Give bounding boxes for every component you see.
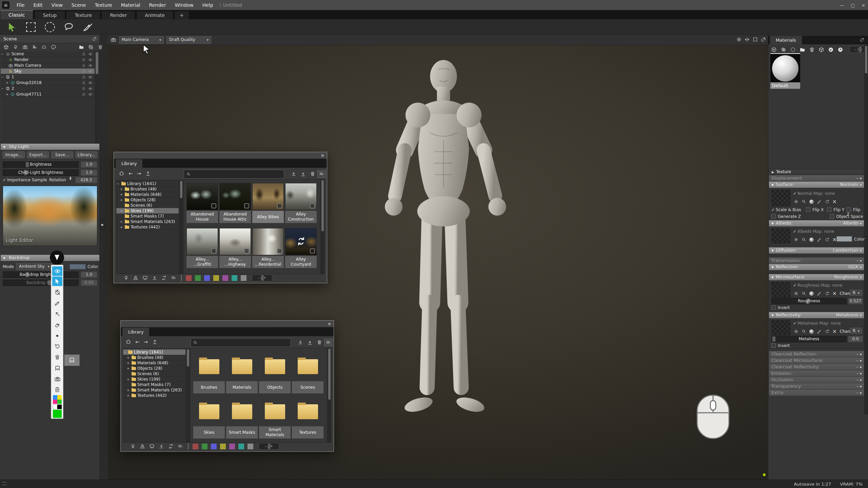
- albedo-color-swatch[interactable]: [836, 236, 852, 242]
- viewport-settings-gear-icon[interactable]: [736, 37, 742, 42]
- surface-section-header[interactable]: ▼Surface: Normals▾: [769, 182, 864, 188]
- metalness-slider[interactable]: Metalness: [771, 336, 847, 342]
- menu-view[interactable]: View: [47, 0, 67, 10]
- tag-yellow[interactable]: [213, 275, 219, 281]
- tag-purple[interactable]: [222, 275, 228, 281]
- minimize-icon[interactable]: —: [840, 3, 844, 8]
- tag-gray[interactable]: [248, 444, 253, 449]
- tag-blue[interactable]: [204, 275, 210, 281]
- tree-row-library[interactable]: −Library (1641): [123, 349, 185, 355]
- map-clear-icon[interactable]: ×: [832, 328, 837, 334]
- item-checkbox[interactable]: [277, 203, 282, 208]
- sky-light-header[interactable]: ▼ Sky Light: [1, 144, 99, 150]
- backdrop-mode-dropdown[interactable]: Ambient Sky▾: [16, 263, 52, 270]
- export-icon[interactable]: [300, 171, 306, 177]
- tree-row-group32018[interactable]: + Group32018: [1, 80, 95, 86]
- tag-purple[interactable]: [229, 444, 235, 449]
- invert-checkbox[interactable]: Invert: [771, 343, 790, 348]
- user-items-icon[interactable]: [140, 444, 145, 449]
- menu-render[interactable]: Render: [145, 0, 171, 10]
- home-icon[interactable]: [125, 339, 131, 345]
- palette-icon[interactable]: [51, 44, 56, 50]
- swatch-green[interactable]: [57, 400, 62, 404]
- lock-icon[interactable]: [82, 92, 86, 96]
- popout-icon[interactable]: [860, 37, 865, 42]
- rect-select-icon[interactable]: [25, 21, 37, 33]
- folder-item[interactable]: Materials: [226, 353, 258, 393]
- content-scrollbar[interactable]: [328, 348, 331, 443]
- tree-row-objects[interactable]: +Objects (28): [123, 366, 185, 371]
- swatch-black[interactable]: [57, 405, 62, 409]
- export-material-icon[interactable]: [837, 47, 843, 53]
- forward-icon[interactable]: →: [144, 339, 148, 345]
- channel-select[interactable]: R▾: [850, 328, 862, 334]
- map-refresh-icon[interactable]: [825, 329, 829, 334]
- item-checkbox[interactable]: [310, 203, 315, 208]
- sync-icon[interactable]: [168, 444, 174, 449]
- tree-row-1[interactable]: − 1: [1, 74, 95, 80]
- add-sky-icon[interactable]: [32, 44, 37, 50]
- scene-tree-scrollbar[interactable]: [95, 51, 99, 143]
- lock-icon[interactable]: [82, 58, 86, 62]
- tree-row-textures[interactable]: +Textures (442): [123, 393, 185, 399]
- close-icon[interactable]: ×: [862, 3, 865, 8]
- menu-edit[interactable]: Edit: [29, 0, 47, 10]
- tree-row-smart-materials[interactable]: +Smart Materials (263): [123, 387, 185, 393]
- library-item[interactable]: Alley Courtyard: [285, 228, 317, 268]
- library-window-titlebar[interactable]: ×: [121, 321, 334, 327]
- import-icon[interactable]: [291, 171, 296, 177]
- library-item[interactable]: Alley Bikes: [252, 183, 284, 223]
- library-tab[interactable]: Library: [122, 328, 149, 336]
- tab-add-button[interactable]: +: [174, 11, 189, 19]
- emission-header[interactable]: Emission:-▾: [769, 370, 864, 377]
- tree-row-textures[interactable]: +Textures (442): [116, 224, 179, 230]
- tag-red[interactable]: [193, 444, 198, 449]
- eye-icon[interactable]: [88, 63, 93, 68]
- menu-file[interactable]: File: [12, 0, 29, 10]
- eye-icon[interactable]: [88, 92, 93, 97]
- pointer-tool-icon[interactable]: [52, 277, 62, 286]
- thumbnail-zoom-slider[interactable]: - / +: [259, 443, 279, 450]
- menu-help[interactable]: Help: [198, 0, 218, 10]
- download-filter-icon[interactable]: [159, 444, 164, 449]
- library-button[interactable]: Library...: [76, 151, 98, 158]
- child-light-brightness-slider[interactable]: Child-Light Brightness: [3, 169, 79, 176]
- list-view-icon[interactable]: [178, 444, 183, 449]
- scale-bias-checkbox[interactable]: ✓Scale & Bias: [771, 207, 801, 212]
- reflectivity-section-header[interactable]: ▼Reflectivity: Metalness▾: [769, 312, 864, 318]
- metalness-map-slot[interactable]: [771, 320, 790, 335]
- map-preview-sphere-icon[interactable]: [809, 238, 814, 242]
- delete-icon[interactable]: [809, 47, 815, 53]
- library-search[interactable]: [184, 170, 284, 179]
- menu-material[interactable]: Material: [117, 0, 145, 10]
- swatch-yellow[interactable]: [57, 395, 62, 400]
- eye-icon[interactable]: [88, 58, 93, 62]
- up-directory-icon[interactable]: [152, 339, 158, 345]
- transmission-section-header[interactable]: Transmission: -▾: [769, 258, 864, 264]
- delete-icon[interactable]: [317, 340, 322, 345]
- backdrop-color-swatch[interactable]: [70, 264, 86, 269]
- map-settings-gear-icon[interactable]: [794, 291, 798, 296]
- item-checkbox[interactable]: [244, 248, 249, 253]
- easel-flyout[interactable]: [64, 354, 80, 366]
- normal-map-slot[interactable]: [771, 190, 790, 206]
- tag-teal[interactable]: [238, 444, 244, 449]
- close-icon[interactable]: ×: [321, 153, 324, 158]
- map-preview-sphere-icon[interactable]: [809, 291, 814, 296]
- map-preview-sphere-icon[interactable]: [809, 329, 814, 334]
- swatch-white[interactable]: [53, 405, 57, 409]
- map-edit-pencil-icon[interactable]: [817, 291, 822, 296]
- user-items-icon[interactable]: [133, 275, 138, 281]
- item-checkbox[interactable]: [211, 248, 216, 253]
- visibility-tool-icon[interactable]: [52, 266, 62, 276]
- menu-texture[interactable]: Texture: [90, 0, 116, 10]
- back-icon[interactable]: ←: [129, 170, 133, 177]
- lasso-select-icon[interactable]: [63, 21, 75, 33]
- clone-material-icon[interactable]: [781, 47, 786, 53]
- new-folder-icon[interactable]: [79, 44, 84, 50]
- tree-row-render[interactable]: Render: [1, 57, 95, 63]
- item-checkbox[interactable]: [277, 248, 282, 253]
- map-search-icon[interactable]: [802, 199, 806, 204]
- quality-select[interactable]: Draft Quality▾: [166, 36, 211, 44]
- eye-icon[interactable]: [88, 81, 93, 85]
